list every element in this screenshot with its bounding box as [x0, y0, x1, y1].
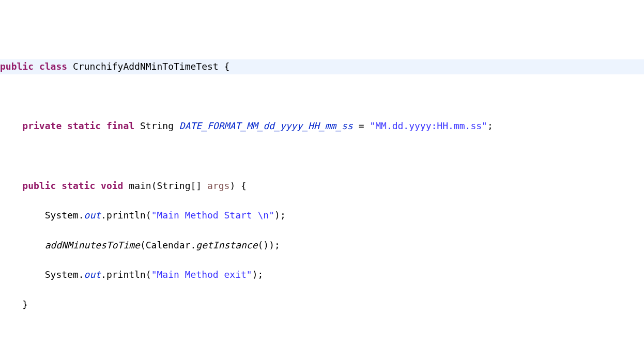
semi: ; [487, 120, 493, 131]
field: DATE_FORMAT_MM_dd_yyyy_HH_mm_ss [179, 120, 353, 131]
code-line-4: System.out.println("Main Method Start \n… [0, 208, 644, 223]
eq: = [359, 120, 364, 131]
method-call: getInstance [196, 240, 257, 250]
type: String [140, 120, 174, 131]
blank-line [0, 327, 644, 342]
keyword: class [39, 61, 67, 72]
out: out [84, 210, 101, 221]
code-line-5: addNMinutesToTime(Calendar.getInstance()… [0, 238, 644, 253]
string: "Main Method Start \n" [151, 210, 274, 221]
class-name: CrunchifyAddNMinToTimeTest [73, 61, 219, 72]
open: (Calendar. [140, 240, 196, 250]
blank-line [0, 89, 644, 104]
keyword: public [0, 61, 34, 72]
println: .println( [101, 210, 151, 221]
brace: { [224, 61, 230, 72]
keyword: private [22, 120, 62, 131]
keyword: final [106, 120, 134, 131]
blank-line [0, 149, 644, 164]
code-line-7: } [0, 297, 644, 312]
keyword: public [22, 180, 56, 191]
paren: ) { [229, 180, 247, 191]
code-line-2: private static final String DATE_FORMAT_… [0, 119, 644, 134]
keyword: static [67, 120, 101, 131]
param: args [207, 180, 229, 191]
code-line-1: public class CrunchifyAddNMinToTimeTest … [0, 59, 644, 74]
sys: System. [45, 210, 84, 221]
method-call: addNMinutesToTime [45, 240, 140, 250]
out: out [84, 269, 101, 280]
keyword: void [101, 180, 123, 191]
brace: } [22, 299, 28, 310]
end: ()); [258, 240, 280, 250]
end: ); [252, 269, 264, 280]
string: "MM.dd.yyyy:HH.mm.ss" [370, 120, 487, 131]
keyword: static [62, 180, 95, 191]
code-line-3: public static void main(String[] args) { [0, 179, 644, 194]
code-block: public class CrunchifyAddNMinToTimeTest … [0, 44, 644, 346]
println: .println( [101, 269, 151, 280]
string: "Main Method exit" [151, 269, 252, 280]
method-sig: main(String[] [129, 180, 202, 191]
sys: System. [45, 269, 84, 280]
end: ); [274, 210, 286, 221]
code-line-6: System.out.println("Main Method exit"); [0, 268, 644, 282]
